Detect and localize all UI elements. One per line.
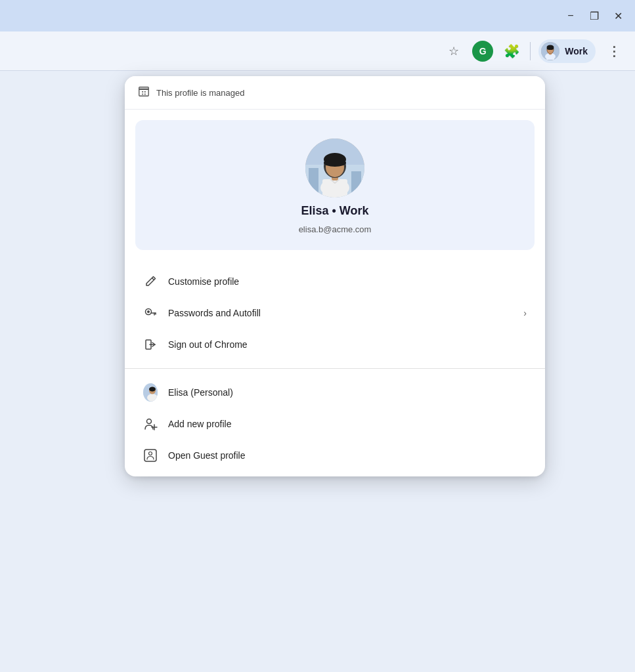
menu-section-profiles: Elisa (Personal) Add new profile [125,371,545,476]
add-profile-icon [143,417,158,431]
guest-profile-item[interactable]: Open Guest profile [125,440,545,471]
profile-email: elisa.b@acme.com [299,224,372,234]
browser-toolbar: ☆ G 🧩 [0,32,635,71]
profile-button-label: Work [565,46,588,56]
profile-name: Elisa • Work [301,204,368,218]
personal-profile-item[interactable]: Elisa (Personal) [125,377,545,408]
key-icon [143,306,158,320]
profile-avatar-large [305,138,364,198]
personal-profile-label: Elisa (Personal) [168,387,527,398]
svg-rect-11 [144,91,146,93]
passwords-autofill-item[interactable]: Passwords and Autofill › [125,297,545,329]
profile-button[interactable]: Work [538,39,596,63]
svg-point-24 [324,159,346,167]
bookmark-icon[interactable]: ☆ [443,41,464,62]
svg-rect-19 [322,179,347,198]
svg-point-7 [547,47,554,50]
menu-section-main: Customise profile Passwords and Autofill… [125,261,545,366]
passwords-autofill-label: Passwords and Autofill [168,308,513,318]
guest-profile-label: Open Guest profile [168,450,527,461]
svg-point-31 [149,387,156,392]
svg-point-29 [147,394,158,402]
svg-rect-13 [144,94,146,95]
close-button[interactable]: ✕ [609,7,627,25]
svg-rect-16 [309,168,318,198]
managed-notice-text: This profile is managed [156,88,244,98]
gemini-icon[interactable]: G [472,41,493,62]
signout-label: Sign out of Chrome [168,339,527,350]
gemini-icon-label: G [479,46,487,56]
menu-divider [125,368,545,369]
profile-dropdown: This profile is managed [125,76,545,476]
signout-item[interactable]: Sign out of Chrome [125,329,545,360]
signout-icon [143,337,158,352]
minimize-button[interactable]: − [561,7,580,25]
title-bar: − ❐ ✕ [0,0,635,32]
guest-icon [143,448,158,463]
svg-rect-2 [546,54,554,60]
svg-rect-10 [142,91,143,93]
svg-rect-8 [139,89,148,96]
svg-point-36 [149,452,152,455]
profile-card: Elisa • Work elisa.b@acme.com [135,120,535,250]
personal-avatar-icon [143,385,158,400]
passwords-chevron-icon: › [523,308,527,318]
svg-rect-17 [351,171,361,198]
customise-profile-item[interactable]: Customise profile [125,266,545,297]
svg-point-26 [147,310,150,313]
svg-point-32 [147,419,152,424]
extensions-icon[interactable]: 🧩 [501,41,522,62]
customise-profile-label: Customise profile [168,276,527,287]
more-button[interactable]: ⋮ [603,41,624,62]
maximize-button[interactable]: ❐ [585,7,603,25]
managed-notice: This profile is managed [125,76,545,110]
toolbar-separator [530,42,531,60]
profile-avatar-small [541,42,559,60]
managed-icon [138,85,150,100]
svg-rect-12 [142,94,143,95]
svg-rect-9 [139,87,148,90]
pencil-icon [143,274,158,289]
page-background: This profile is managed [0,71,635,672]
add-profile-item[interactable]: Add new profile [125,408,545,440]
add-profile-label: Add new profile [168,419,527,429]
